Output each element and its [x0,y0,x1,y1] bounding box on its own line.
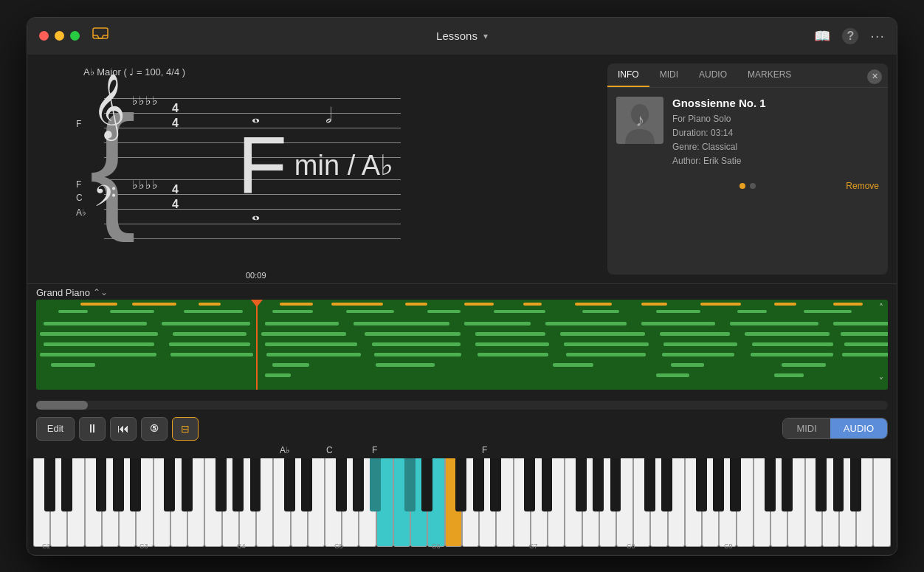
midi-note [280,303,313,306]
book-icon[interactable]: 📖 [814,28,830,44]
chord-quality: min / A♭ [294,149,393,182]
black-key-G#5[interactable] [473,458,484,511]
note-label-c: C [326,445,333,455]
black-key-D#2[interactable] [61,458,72,511]
close-button[interactable] [39,31,49,41]
tab-midi[interactable]: MIDI [649,63,689,87]
black-key-F#8[interactable] [816,458,827,511]
black-key-D#5[interactable] [421,458,432,511]
midi-note [427,310,461,313]
black-key-G#2[interactable] [113,458,124,511]
keyboard-row [33,458,891,547]
time-sig-bass: 44 [172,182,179,213]
midi-note [464,303,494,306]
black-key-G#3[interactable] [232,458,244,511]
pause-button[interactable]: ⏸ [79,417,106,441]
black-key-G#6[interactable] [593,458,604,511]
black-key-D#3[interactable] [182,458,193,511]
black-key-D#8[interactable] [782,458,793,511]
black-key-G#4[interactable] [353,458,364,511]
black-key-A#3[interactable] [250,458,261,511]
inbox-icon[interactable] [92,27,109,46]
black-key-F#4[interactable] [336,458,347,511]
note-label-ab: A♭ [280,445,290,455]
midi-note [833,303,863,306]
black-key-C#2[interactable] [44,458,55,511]
midi-note [331,303,383,306]
white-key-C2[interactable] [33,458,50,547]
piano-roll-canvas[interactable]: ˄ ˅ [36,300,888,390]
midi-note [560,332,645,336]
white-key-F5[interactable] [445,458,462,547]
rewind-button[interactable]: ⏮ [110,417,137,441]
black-key-C#4[interactable] [284,458,295,511]
white-key-F3[interactable] [204,458,221,547]
white-key-C7[interactable] [633,458,650,547]
piano-roll-header: Grand Piano ⌃⌄ 00:09 [27,284,897,300]
expand-arrows-icon[interactable]: ⌃⌄ [93,287,108,297]
tab-markers[interactable]: MARKERS [737,63,801,87]
black-key-A#6[interactable] [610,458,621,511]
black-key-C#8[interactable] [765,458,776,511]
black-key-D#4[interactable] [301,458,312,511]
maximize-button[interactable] [70,31,80,41]
black-key-A#8[interactable] [850,458,861,511]
black-key-D#7[interactable] [661,458,672,511]
white-key-F2[interactable] [85,458,102,547]
black-key-F#5[interactable] [455,458,466,511]
black-key-C#6[interactable] [524,458,535,511]
white-key-C5[interactable] [393,458,410,547]
horizontal-scrollbar[interactable] [36,401,888,410]
black-key-A#5[interactable] [490,458,501,511]
song-author: Author: Erik Satie [672,154,879,168]
black-key-D#6[interactable] [542,458,553,511]
white-key-F7[interactable] [685,458,702,547]
dropdown-chevron-icon[interactable]: ▾ [483,31,488,41]
pagination-dot-2[interactable] [750,183,756,189]
black-key-F#2[interactable] [96,458,107,511]
midi-note [582,310,619,313]
more-icon[interactable]: ··· [870,27,885,44]
midi-note [475,332,545,336]
midi-note [841,332,888,336]
eq-button[interactable]: ⊟ [172,417,199,441]
tab-audio[interactable]: AUDIO [689,63,737,87]
white-key-C4[interactable] [273,458,290,547]
black-key-C#5[interactable] [404,458,416,511]
audio-toggle-button[interactable]: AUDIO [830,418,887,438]
white-key-F8[interactable] [805,458,822,547]
tab-info[interactable]: INFO [607,63,649,87]
black-key-G#8[interactable] [833,458,844,511]
help-icon[interactable]: ? [842,28,858,44]
pagination-dot-1[interactable] [739,183,745,189]
black-key-C#3[interactable] [164,458,175,511]
minimize-button[interactable] [55,31,64,41]
black-key-G#7[interactable] [713,458,724,511]
countdown-button[interactable]: ⑤ [141,417,168,441]
white-key-C9[interactable] [873,458,890,547]
white-key-C3[interactable] [154,458,170,547]
black-key-C#7[interactable] [644,458,655,511]
midi-note [545,322,627,325]
midi-toggle-button[interactable]: MIDI [783,418,830,438]
scroll-down-button[interactable]: ˅ [879,376,883,387]
black-key-A#7[interactable] [730,458,741,511]
white-key-F4[interactable] [325,458,342,547]
remove-button[interactable]: Remove [846,181,879,191]
scroll-up-button[interactable]: ˄ [879,303,883,313]
info-content: Gnossienne No. 1 For Piano Solo Duration… [607,88,888,178]
white-key-C6[interactable] [514,458,531,547]
midi-note [132,303,176,306]
black-key-A#2[interactable] [130,458,141,511]
white-key-C8[interactable] [754,458,770,547]
edit-button[interactable]: Edit [36,417,75,441]
black-key-F#3[interactable] [216,458,227,511]
black-key-A#4[interactable] [370,458,381,511]
white-key-F6[interactable] [565,458,582,547]
black-key-F#7[interactable] [696,458,707,511]
main-content: A♭ Major ( ♩ = 100, 4/4 ) F F C A♭ { [27,55,897,555]
midi-note [671,363,704,367]
note-f-middle: F [76,179,81,190]
panel-close-button[interactable]: ✕ [867,69,882,84]
black-key-F#6[interactable] [576,458,587,511]
